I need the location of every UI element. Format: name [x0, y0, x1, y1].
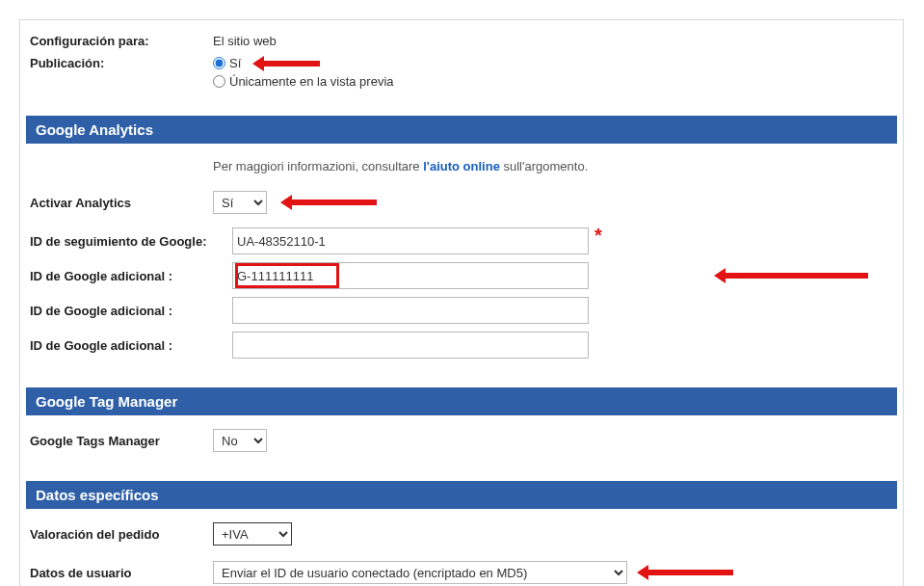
ga-tracking-id-label: ID de seguimiento de Google: — [20, 234, 232, 249]
ga-extra-id-3-input[interactable] — [232, 332, 589, 359]
order-valuation-select[interactable]: +IVA — [213, 522, 292, 546]
publication-radio-preview[interactable]: Únicamente en la vista previa — [213, 74, 394, 89]
ga-extra-id-1-label: ID de Google adicional : — [20, 269, 232, 283]
section-header-datos: Datos específicos — [26, 481, 897, 509]
ga-tracking-id-input[interactable] — [232, 227, 589, 254]
annotation-arrow — [724, 273, 868, 279]
section-header-gtm: Google Tag Manager — [26, 387, 897, 415]
user-data-label: Datos de usuario — [20, 566, 213, 580]
activate-analytics-select[interactable]: Sí — [213, 191, 267, 214]
radio-preview-input[interactable] — [213, 75, 225, 88]
publication-radio-yes[interactable]: Sí — [213, 56, 320, 70]
ga-extra-id-2-input[interactable] — [232, 297, 589, 324]
ga-extra-id-3-label: ID de Google adicional : — [20, 338, 232, 353]
ga-info-suffix: sull'argomento. — [500, 159, 588, 173]
radio-preview-label: Únicamente en la vista previa — [229, 74, 394, 89]
gtm-label: Google Tags Manager — [20, 434, 213, 448]
ga-extra-id-1-input[interactable] — [232, 262, 589, 289]
section-header-google-analytics: Google Analytics — [26, 116, 897, 144]
required-asterisk: * — [594, 225, 602, 247]
ga-info-prefix: Per maggiori informazioni, consultare — [213, 159, 423, 173]
gtm-select[interactable]: No — [213, 429, 267, 452]
annotation-arrow — [290, 200, 377, 205]
radio-yes-input[interactable] — [213, 57, 225, 69]
order-valuation-label: Valoración del pedido — [20, 527, 213, 542]
radio-yes-label: Sí — [229, 56, 241, 70]
top-block: Configuración para: El sitio web Publica… — [20, 20, 903, 110]
settings-panel: Configuración para: El sitio web Publica… — [19, 19, 904, 586]
user-data-select[interactable]: Enviar el ID de usuario conectado (encri… — [213, 561, 627, 584]
config-for-label: Configuración para: — [20, 34, 213, 48]
annotation-arrow — [647, 570, 733, 575]
ga-info-text: Per maggiori informazioni, consultare l'… — [213, 157, 588, 183]
annotation-arrow — [262, 61, 320, 67]
activate-analytics-label: Activar Analytics — [20, 196, 213, 210]
ga-extra-id-2-label: ID de Google adicional : — [20, 304, 232, 318]
config-for-value: El sitio web — [213, 34, 277, 48]
ga-info-link[interactable]: l'aiuto online — [423, 159, 500, 173]
publication-label: Publicación: — [20, 56, 213, 70]
